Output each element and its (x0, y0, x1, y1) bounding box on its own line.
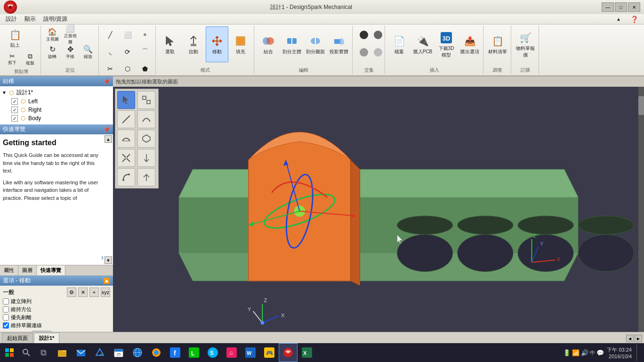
taskbar-search-button[interactable] (19, 343, 34, 362)
menu-item-view[interactable]: 顯示 (21, 14, 40, 24)
quote-button[interactable]: 🛒 物料單報價 (514, 26, 537, 62)
spline-tool[interactable]: ⟳ (119, 43, 136, 60)
mail-icon[interactable] (72, 343, 90, 362)
show-desktop-button[interactable] (636, 344, 640, 361)
fillet-tool[interactable]: ⌒ (137, 43, 153, 60)
bom-button[interactable]: 📋 材料清單 (486, 26, 509, 62)
browser-icon[interactable] (128, 343, 147, 362)
tab-nav-prev[interactable]: ◄ (626, 335, 634, 342)
intersect-btn2[interactable] (370, 26, 386, 43)
line-icon[interactable]: L (185, 343, 203, 362)
home-view-button[interactable]: 🏠 主視圖 (44, 26, 61, 43)
combine-button[interactable]: 結合 (257, 26, 280, 62)
opt-icon3[interactable]: + (89, 288, 99, 297)
maintain-orientation-checkbox[interactable] (3, 306, 9, 313)
tree-item-body[interactable]: ✓ ⬡ Body (2, 114, 111, 123)
tool9-button[interactable] (117, 168, 135, 186)
offset-tool[interactable]: ⬡ (119, 60, 136, 76)
ribbon-collapse[interactable]: ▲ (612, 16, 625, 23)
curve-tool-button[interactable] (137, 110, 155, 128)
firefox-icon[interactable] (147, 343, 166, 362)
trim-tool[interactable]: ✂ (102, 60, 119, 76)
3d-scene[interactable]: X Z Y X Z Y (113, 76, 644, 351)
split-body-button[interactable]: 剖分主體 (281, 26, 303, 62)
line-tool[interactable]: ╱ (102, 26, 119, 43)
help-icon[interactable]: ❓ (627, 15, 642, 24)
system-clock[interactable]: 下午 03:24 2016/10/4 (607, 346, 632, 359)
tab-quickguide[interactable]: 快速導覽 (37, 265, 65, 275)
maximize-button[interactable]: □ (615, 2, 627, 12)
circle-tool[interactable]: ⚬ (137, 26, 153, 43)
select-tool-button[interactable] (117, 91, 135, 109)
file-button[interactable]: 📄 檔案 (388, 26, 411, 62)
options-collapse-icon[interactable]: 🔼 (103, 278, 110, 284)
select-mode-button[interactable]: 選取 (159, 26, 181, 62)
opt-icon4[interactable]: xyz (101, 288, 110, 297)
maintain-sketch-checkbox[interactable] (3, 322, 9, 329)
network-icon[interactable]: 📶 (572, 349, 580, 356)
ref-tool-button[interactable] (137, 91, 155, 109)
tree-root[interactable]: ▼ ⬡ 設計1* (2, 88, 111, 97)
music-icon[interactable]: ♫ (222, 343, 241, 362)
facebook-icon[interactable]: f (166, 343, 185, 362)
menu-item-help[interactable]: 說明/資源 (40, 14, 71, 24)
pull-mode-button[interactable]: 拉動 (182, 26, 205, 62)
minimize-button[interactable]: — (602, 2, 614, 12)
vscroll-thumb[interactable] (638, 96, 644, 115)
skype-icon[interactable]: S (203, 343, 222, 362)
scroll-down-button[interactable]: ▼ (105, 256, 112, 264)
tab-nav-next[interactable]: ► (635, 335, 642, 342)
quickguide-collapse-icon[interactable]: 📌 (103, 126, 110, 133)
priority-exclude-checkbox[interactable] (3, 314, 9, 321)
line-tool-button[interactable] (117, 110, 135, 128)
notification-icon[interactable]: 💬 (596, 349, 604, 356)
tab-design1[interactable]: 設計1* (34, 333, 59, 343)
scroll-up-button[interactable]: ▲ (105, 135, 112, 143)
word-icon[interactable]: W (241, 343, 260, 362)
tool10-button[interactable] (137, 168, 155, 186)
designspark-icon[interactable] (279, 343, 298, 362)
battery-icon[interactable]: 🔋 (563, 349, 571, 356)
copy-button[interactable]: ⧉ 複製 (22, 51, 39, 67)
file-explorer-icon[interactable] (53, 343, 72, 362)
structure-collapse-icon[interactable]: 📌 (103, 78, 110, 85)
guide-next-arrow[interactable]: › (101, 252, 104, 263)
zoom-button[interactable]: 🔍 縮放 (80, 44, 97, 60)
mirror-tool[interactable]: ⬟ (137, 60, 153, 76)
calendar-icon[interactable]: 25 (109, 343, 128, 362)
opt-icon2[interactable]: ✕ (78, 288, 88, 297)
game-icon[interactable]: 🎮 (260, 343, 279, 362)
cut-button[interactable]: ✂ 剪下 (4, 51, 21, 67)
paste-button[interactable]: 📋 貼上 (4, 26, 26, 50)
google-drive-icon[interactable] (90, 343, 109, 362)
pan-button[interactable]: ✥ 平移 (62, 44, 79, 60)
task-view-button[interactable]: ⧉ (34, 343, 53, 362)
tree-item-left[interactable]: ✓ ⬡ Left (2, 97, 111, 106)
extend-tool-button[interactable] (137, 149, 155, 167)
start-button[interactable] (0, 343, 19, 362)
create-array-checkbox[interactable] (3, 298, 9, 304)
ime-icon[interactable]: 中 (590, 349, 595, 356)
tab-layers[interactable]: 圖層 (18, 265, 37, 275)
excel-icon[interactable]: X (298, 343, 316, 362)
vertical-scrollbar[interactable] (638, 87, 644, 345)
body-checkbox[interactable]: ✓ (11, 115, 18, 122)
export-options-button[interactable]: 📤 匯出選項 (459, 26, 481, 62)
arc-tool-button[interactable] (117, 130, 135, 148)
close-button[interactable]: ✕ (628, 2, 640, 12)
rect-tool[interactable]: ⬜ (119, 26, 136, 43)
tab-properties[interactable]: 屬性 (0, 265, 18, 275)
volume-icon[interactable]: 🔊 (581, 349, 588, 356)
import-pcb-button[interactable]: 🔌 匯入PCB (411, 26, 434, 62)
menu-item-design[interactable]: 設計 (2, 14, 21, 24)
opt-icon1[interactable]: ⚙ (67, 288, 76, 297)
left-checkbox[interactable]: ✓ (11, 98, 18, 105)
split-surface-button[interactable]: 剖分圖面 (304, 26, 327, 62)
project-body-button[interactable]: 投影實體 (328, 26, 350, 62)
download-3d-button[interactable]: 3D 下載3D模型 (435, 26, 458, 62)
rotate-button[interactable]: ↻ 旋轉 (44, 44, 61, 60)
tree-item-right[interactable]: ✓ ⬡ Right (2, 106, 111, 114)
tab-start-page[interactable]: 起始頁面 (2, 333, 33, 343)
fill-mode-button[interactable]: 填充 (229, 26, 252, 62)
trim-tool-button[interactable] (117, 149, 135, 167)
